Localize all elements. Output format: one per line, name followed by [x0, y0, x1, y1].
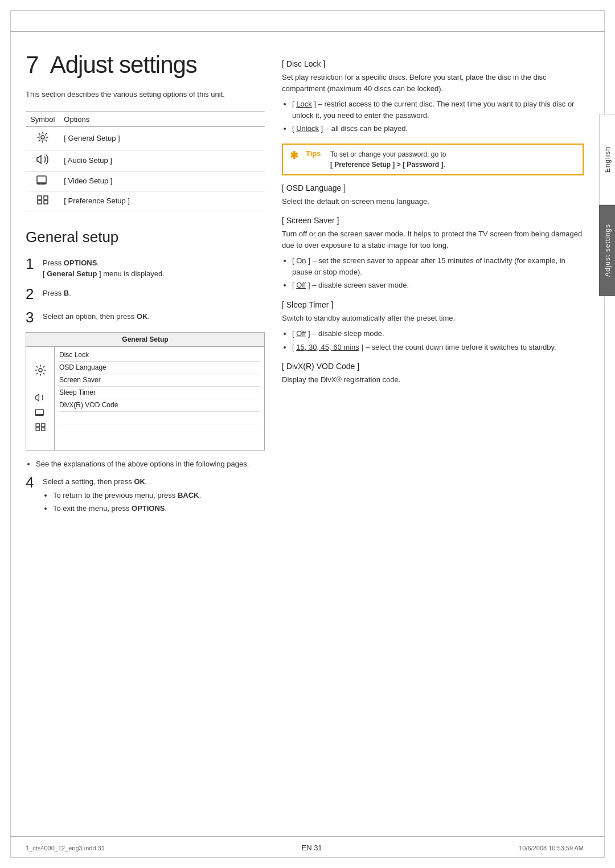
option-video: [ Video Setup ]	[59, 171, 265, 191]
setup-option-disc-lock: Disc Lock	[59, 349, 260, 362]
setup-option-blank2	[59, 424, 260, 437]
tips-icon: ✱	[290, 149, 301, 162]
step-3-content: Select an option, then press OK.	[43, 309, 150, 322]
step-1-number: 1	[26, 255, 43, 273]
option-preference: [ Preference Setup ]	[59, 191, 265, 211]
svg-rect-8	[44, 196, 48, 199]
disc-lock-section: [ Disc Lock ] Set play restriction for a…	[282, 59, 584, 134]
step-2: 2 Press B.	[26, 285, 265, 303]
sleep-timer-section: [ Sleep Timer ] Switch to standby automa…	[282, 300, 584, 353]
setup-option-osd: OSD Language	[59, 362, 260, 374]
tips-box: ✱ Tips To set or change your password, g…	[282, 144, 584, 175]
symbol-icon-audio	[26, 150, 59, 171]
table-row: [ General Setup ]	[26, 126, 265, 150]
setup-icons	[26, 347, 55, 450]
chapter-heading: 7 Adjust settings	[26, 51, 265, 79]
setup-icon-row-pref	[35, 422, 46, 447]
setup-option-screen-saver: Screen Saver	[59, 374, 260, 387]
general-setup-heading: General setup	[26, 228, 265, 246]
screen-saver-bullet-off: [ Off ] – disable screen saver mode.	[292, 280, 584, 291]
option-audio: [ Audio Setup ]	[59, 150, 265, 171]
setup-options: Disc Lock OSD Language Screen Saver Slee…	[55, 347, 264, 450]
sleep-timer-bullets: [ Off ] – disable sleep mode. [ 15, 30, …	[282, 328, 584, 353]
step-1-content: Press OPTIONS. [ General Setup ] menu is…	[43, 255, 165, 280]
tab-adjust-settings: Adjust settings	[599, 205, 615, 296]
step-4-content: Select a setting, then press OK. To retu…	[43, 474, 201, 519]
footer-timestamp: 10/6/2008 10:53:59 AM	[519, 845, 584, 851]
svg-point-11	[39, 369, 42, 372]
left-column: 7 Adjust settings This section describes…	[26, 40, 265, 828]
screen-saver-intro: Turn off or on the screen saver mode. It…	[282, 228, 584, 251]
step-3-keyword: OK	[137, 312, 148, 321]
step-2-number: 2	[26, 285, 43, 303]
footer-filename: 1_cts4000_12_eng3.indd 31	[26, 845, 105, 851]
screen-saver-section: [ Screen Saver ] Turn off or on the scre…	[282, 216, 584, 291]
step-2-keyword: B	[64, 289, 69, 297]
divx-vod-text: Display the DivX® registration code.	[282, 374, 584, 386]
disc-lock-bullet-unlock: [ Unlock ] – all discs can be played.	[292, 123, 584, 134]
step-4-ok: OK	[134, 477, 145, 486]
step-4-bullets: To return to the previous menu, press BA…	[43, 490, 201, 514]
step-1: 1 Press OPTIONS. [ General Setup ] menu …	[26, 255, 265, 280]
setup-icon-row-video	[35, 407, 46, 419]
setup-table-header: General Setup	[26, 333, 264, 347]
margin-line-bottom	[10, 836, 605, 837]
step-4-sub1: To return to the previous menu, press BA…	[53, 490, 201, 501]
osd-language-heading: [ OSD Language ]	[282, 183, 584, 193]
step-4-number: 4	[26, 474, 43, 492]
tab-adjust-settings-label: Adjust settings	[604, 224, 612, 277]
step-3-number: 3	[26, 309, 43, 326]
sleep-timer-intro: Switch to standby automatically after th…	[282, 313, 584, 324]
tips-label: Tips	[306, 149, 326, 158]
screen-saver-bullet-on: [ On ] – set the screen saver to appear …	[292, 255, 584, 277]
setup-note-text: See the explanations of the above option…	[36, 458, 265, 470]
main-content: 7 Adjust settings This section describes…	[26, 40, 584, 828]
option-general: [ General Setup ]	[59, 126, 265, 150]
disc-lock-intro: Set play restriction for a specific disc…	[282, 72, 584, 94]
svg-point-0	[41, 136, 44, 139]
table-row: [ Preference Setup ]	[26, 191, 265, 211]
footer-page-number: EN 31	[301, 844, 322, 852]
step-4: 4 Select a setting, then press OK. To re…	[26, 474, 265, 519]
setup-option-divx: DivX(R) VOD Code	[59, 399, 260, 412]
symbol-col-header: Symbol	[26, 112, 59, 126]
tips-text: To set or change your password, go to [ …	[330, 149, 446, 170]
osd-language-section: [ OSD Language ] Select the default on-s…	[282, 183, 584, 207]
setup-note: See the explanations of the above option…	[26, 458, 265, 470]
sleep-timer-heading: [ Sleep Timer ]	[282, 300, 584, 309]
chapter-title: Adjust settings	[50, 51, 197, 78]
svg-rect-9	[38, 200, 42, 204]
svg-rect-16	[36, 428, 39, 431]
step-4-sub2: To exit the menu, press OPTIONS.	[53, 503, 201, 514]
table-row: [ Video Setup ]	[26, 171, 265, 191]
options-col-header: Options	[59, 112, 265, 126]
symbol-icon-video	[26, 171, 59, 191]
disc-lock-bullets: [ Lock ] – restrict access to the curren…	[282, 99, 584, 134]
general-setup-table: General Setup	[26, 332, 265, 451]
step-1-sub: [ General Setup ] menu is displayed.	[43, 269, 165, 278]
disc-lock-heading: [ Disc Lock ]	[282, 59, 584, 68]
divx-vod-section: [ DivX(R) VOD Code ] Display the DivX® r…	[282, 362, 584, 386]
svg-rect-10	[44, 200, 48, 204]
table-row: [ Audio Setup ]	[26, 150, 265, 171]
right-tab: English Adjust settings	[599, 114, 615, 296]
divx-vod-heading: [ DivX(R) VOD Code ]	[282, 362, 584, 371]
osd-language-text: Select the default on-screen menu langua…	[282, 196, 584, 207]
footer: 1_cts4000_12_eng3.indd 31 EN 31 10/6/200…	[26, 844, 584, 852]
setup-icon-row-audio	[35, 391, 46, 404]
setup-icon-row-gear	[34, 350, 47, 388]
step-3: 3 Select an option, then press OK.	[26, 309, 265, 326]
tab-english-label: English	[604, 146, 612, 173]
right-column: [ Disc Lock ] Set play restriction for a…	[282, 40, 584, 828]
svg-point-1	[39, 134, 46, 141]
sleep-timer-bullet-off: [ Off ] – disable sleep mode.	[292, 328, 584, 339]
setup-option-blank1	[59, 412, 260, 424]
margin-line-top	[10, 31, 605, 32]
step-2-content: Press B.	[43, 285, 71, 299]
tab-english: English	[599, 114, 615, 205]
chapter-number: 7	[26, 51, 38, 78]
symbol-icon-gear	[26, 126, 59, 150]
svg-rect-17	[41, 428, 44, 431]
setup-table-body: Disc Lock OSD Language Screen Saver Slee…	[26, 347, 264, 450]
screen-saver-heading: [ Screen Saver ]	[282, 216, 584, 225]
